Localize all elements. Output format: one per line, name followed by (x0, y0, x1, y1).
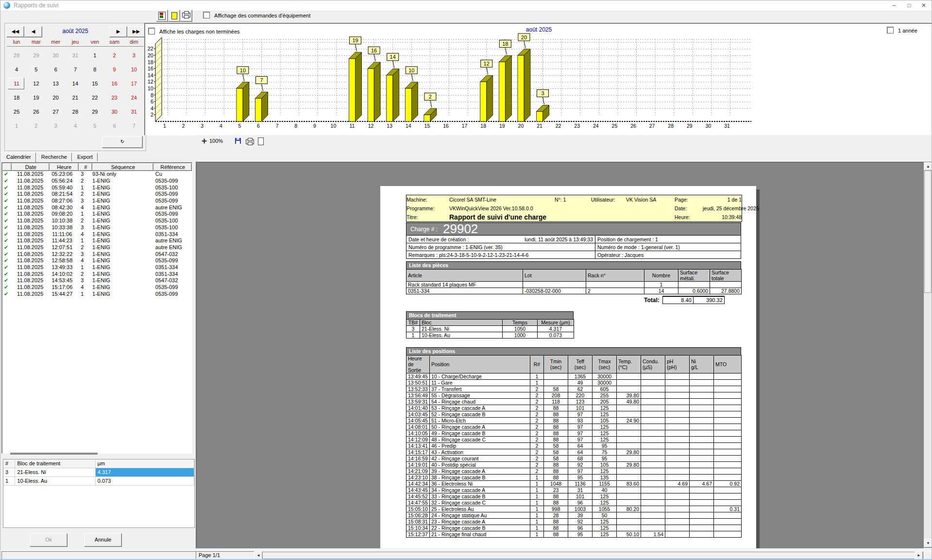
scroll-left-icon[interactable]: ◄ (254, 551, 263, 560)
column-header[interactable]: Séquence (92, 163, 153, 171)
calendar-day[interactable]: 6 (46, 63, 66, 77)
ok-button[interactable]: Ok (30, 533, 68, 547)
new-page-button[interactable] (256, 136, 266, 146)
calendar-day[interactable]: 9 (104, 63, 124, 77)
tab-calendrier[interactable]: Calendrier (1, 153, 36, 162)
prev-year-button[interactable]: ◀◀ (6, 26, 24, 37)
calendar-day[interactable]: 13 (46, 77, 66, 91)
horizontal-scrollbar[interactable]: ◄ ► (254, 551, 923, 559)
column-header[interactable]: Heure (50, 163, 79, 171)
table-row[interactable]: ✔11.08.202515:44:2711-ENIG0535-099 (2, 290, 192, 297)
calendar-day[interactable]: 2 (104, 49, 124, 63)
calendar-day[interactable]: 19 (26, 91, 46, 105)
table-row[interactable]: ✔11.08.202508:21:5421-ENIG0535-099 (2, 191, 192, 198)
calendar-day[interactable]: 31 (124, 105, 144, 119)
calendar-day[interactable]: 16 (104, 77, 124, 91)
calendar-day[interactable]: 10 (124, 63, 144, 77)
table-row[interactable]: ✔11.08.202505:56:2421-ENIG0535-099 (2, 178, 192, 185)
list-scrollbar-thumb[interactable] (10, 453, 98, 455)
calendar-day[interactable]: 28 (7, 49, 26, 63)
toggle-colors-button[interactable] (156, 10, 168, 22)
vertical-scrollbar[interactable]: ▲ ▼ (923, 162, 932, 548)
horizontal-scroll-thumb[interactable] (262, 552, 915, 559)
table-row[interactable]: ✔11.08.202508:42:3041-ENIGautre ENIG (2, 204, 192, 211)
table-row[interactable]: ✔11.08.202505:59:4011-ENIG0535-100 (2, 184, 192, 191)
calendar-day-selected[interactable]: 11 (7, 77, 26, 91)
column-header[interactable]: Référence (153, 163, 192, 171)
today-button[interactable]: ↻ (102, 136, 143, 148)
resize-grip[interactable] (924, 551, 932, 560)
table-row[interactable]: ✔11.08.202512:58:5841-ENIG0535-099 (2, 257, 192, 264)
table-row[interactable]: ✔11.08.202513:49:3311-ENIG0351-334 (2, 264, 192, 271)
table-row[interactable]: ✔11.08.202509:08:2011-ENIG0535-099 (2, 211, 192, 218)
calendar-day[interactable]: 30 (46, 49, 66, 63)
column-header[interactable] (2, 163, 12, 171)
table-row[interactable]: ✔11.08.202508:27:0631-ENIG0535-099 (2, 198, 192, 204)
equipment-commands-checkbox[interactable] (203, 12, 210, 18)
calendar-day[interactable]: 30 (104, 105, 124, 119)
table-row[interactable]: ✔11.08.202505:23:06393-Ni onlyCu (2, 171, 192, 178)
calendar-day[interactable]: 8 (85, 63, 104, 77)
table-row[interactable]: ✔11.08.202510:10:3821-ENIG0535-100 (2, 218, 192, 224)
close-button[interactable]: ✕ (916, 0, 931, 11)
calendar-day[interactable]: 3 (124, 49, 144, 63)
calendar-day[interactable]: 5 (26, 63, 46, 77)
calendar-day[interactable]: 25 (7, 105, 26, 119)
scroll-down-icon[interactable]: ▼ (924, 539, 932, 548)
calendar-day[interactable]: 28 (66, 105, 85, 119)
calendar-day[interactable]: 6 (104, 119, 124, 133)
calendar-day[interactable]: 4 (7, 63, 26, 77)
calendar-day[interactable]: 20 (46, 91, 66, 105)
calendar-day[interactable]: 29 (26, 49, 46, 63)
calendar-day[interactable]: 18 (7, 91, 26, 105)
tab-recherche[interactable]: Recherche (36, 153, 72, 161)
calendar-day[interactable]: 3 (46, 119, 66, 133)
table-row[interactable]: ✔11.08.202512:32:2231-ENIG0547-032 (2, 251, 192, 257)
table-row[interactable]: ✔11.08.202514:10:0221-ENIG0351-334 (2, 271, 192, 277)
calendar-day[interactable]: 5 (85, 119, 104, 133)
table-row[interactable]: ✔11.08.202511:44:2311-ENIGautre ENIG (2, 238, 192, 244)
column-header[interactable]: # (79, 163, 92, 171)
next-month-button[interactable]: ▶ (109, 26, 127, 37)
measure-row[interactable]: 321-Eless. Ni4.317 (3, 468, 194, 477)
prev-month-button[interactable]: ◀ (24, 26, 42, 37)
calendar-day[interactable]: 12 (26, 77, 46, 91)
table-row[interactable]: ✔11.08.202514:53:4531-ENIG0547-032 (2, 277, 192, 284)
tab-export[interactable]: Export (72, 153, 98, 161)
calendar-day[interactable]: 24 (124, 91, 144, 105)
table-row[interactable]: ✔11.08.202515:17:0641-ENIG0535-099 (2, 284, 192, 291)
calendar-day[interactable]: 27 (46, 105, 66, 119)
minimize-button[interactable]: – (887, 0, 901, 11)
calendar-day[interactable]: 2 (26, 119, 46, 133)
scroll-up-icon[interactable]: ▲ (924, 162, 932, 171)
calendar-day[interactable]: 7 (124, 119, 144, 133)
calendar-day[interactable]: 7 (66, 63, 85, 77)
calendar-day[interactable]: 4 (66, 119, 85, 133)
calendar-day[interactable]: 26 (26, 105, 46, 119)
toggle-yellow-button[interactable] (168, 10, 180, 22)
print-report-button[interactable] (245, 136, 254, 146)
calendar-day[interactable]: 22 (85, 91, 104, 105)
calendar-day[interactable]: 21 (66, 91, 85, 105)
table-row[interactable]: ✔11.08.202511:11:0641-ENIG0351-334 (2, 231, 192, 238)
table-row[interactable]: ✔11.08.202510:33:3831-ENIG0535-100 (2, 224, 192, 231)
measure-row[interactable]: 110-Eless. Au0.073 (3, 477, 194, 486)
calendar-day[interactable]: 23 (104, 91, 124, 105)
column-header[interactable]: Date (12, 163, 50, 171)
calendar-day[interactable]: 29 (85, 105, 104, 119)
maximize-button[interactable]: □ (902, 0, 916, 11)
vertical-scroll-thumb[interactable] (924, 170, 932, 293)
save-report-button[interactable] (234, 136, 243, 146)
cancel-button[interactable]: Annule (84, 533, 122, 547)
equipment-commands-option[interactable]: Affichage des commandes d'équipement (203, 12, 310, 18)
calendar-day[interactable]: 1 (85, 49, 104, 63)
calendar-day[interactable]: 31 (66, 49, 85, 63)
scroll-right-icon[interactable]: ► (915, 551, 923, 560)
print-chart-button[interactable] (180, 10, 192, 22)
table-row[interactable]: ✔11.08.202512:07:5121-ENIGautre ENIG (2, 244, 192, 251)
calendar-day[interactable]: 14 (66, 77, 85, 91)
calendar-day[interactable]: 1 (7, 119, 26, 133)
calendar-day[interactable]: 17 (124, 77, 144, 91)
next-year-button[interactable]: ▶▶ (127, 26, 145, 37)
calendar-day[interactable]: 15 (85, 77, 104, 91)
